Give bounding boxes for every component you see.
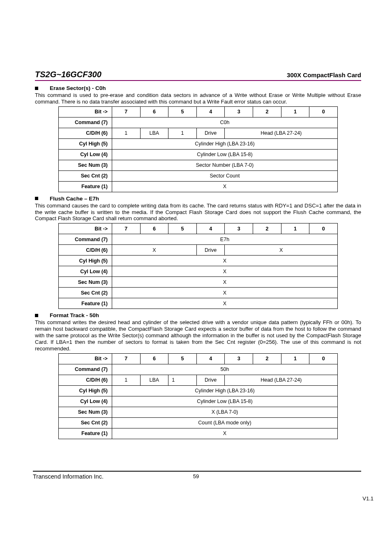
section-title: Erase Sector(s) - C0h bbox=[50, 85, 106, 91]
cell: Drive bbox=[196, 375, 225, 385]
cell: 1 bbox=[168, 128, 197, 138]
row-label: Feature (1) bbox=[59, 428, 112, 439]
cell: X (LBA 7-0) bbox=[112, 407, 337, 417]
cell: X bbox=[112, 428, 337, 439]
register-table-format: Bit -> 7 6 5 4 3 2 1 0 Command (7)50h C/… bbox=[58, 353, 338, 439]
row-label: Cyl High (5) bbox=[59, 385, 112, 396]
row-label: Sec Cnt (2) bbox=[59, 170, 112, 181]
page-number: 59 bbox=[0, 473, 392, 479]
section-paragraph: This command causes the card to complete… bbox=[35, 203, 361, 222]
section-heading: Erase Sector(s) - C0h bbox=[35, 85, 361, 91]
row-label: Sec Num (3) bbox=[59, 160, 112, 170]
bit-col: 2 bbox=[253, 353, 281, 364]
section-paragraph: This command writes the desired head and… bbox=[35, 319, 361, 352]
bit-col: 2 bbox=[253, 223, 281, 234]
row-label: Cyl Low (4) bbox=[59, 149, 112, 160]
row-label: Cyl High (5) bbox=[59, 256, 112, 266]
cell: X bbox=[112, 256, 337, 266]
cell: E7h bbox=[112, 234, 337, 245]
cell: Cylinder Low (LBA 15-8) bbox=[112, 149, 337, 160]
bit-col: 4 bbox=[196, 353, 225, 364]
row-label: Command (7) bbox=[59, 364, 112, 375]
bit-label: Bit -> bbox=[59, 223, 112, 234]
row-label: Cyl Low (4) bbox=[59, 396, 112, 407]
cell: Drive bbox=[196, 245, 225, 256]
cell: Drive bbox=[196, 128, 225, 138]
bit-col: 0 bbox=[309, 106, 338, 117]
row-label: Cyl Low (4) bbox=[59, 266, 112, 277]
cell: Cylinder High (LBA 23-16) bbox=[112, 138, 337, 149]
square-bullet-icon bbox=[35, 197, 38, 200]
cell: X bbox=[112, 266, 337, 277]
section-title: Flush Cache – E7h bbox=[50, 196, 99, 202]
cell: 1 bbox=[112, 128, 140, 138]
row-label: Command (7) bbox=[59, 234, 112, 245]
section-heading: Flush Cache – E7h bbox=[35, 196, 361, 202]
register-table-erase: Bit -> 7 6 5 4 3 2 1 0 Command (7)C0h C/… bbox=[58, 106, 338, 192]
section-heading: Format Track - 50h bbox=[35, 312, 361, 318]
cell: LBA bbox=[140, 375, 168, 385]
bit-col: 1 bbox=[281, 106, 309, 117]
bit-col: 4 bbox=[196, 106, 225, 117]
cell: Head (LBA 27-24) bbox=[225, 128, 338, 138]
cell: Head (LBA 27-24) bbox=[225, 375, 338, 385]
row-label: C/D/H (6) bbox=[59, 128, 112, 138]
row-label: Sec Num (3) bbox=[59, 277, 112, 288]
model-number: TS2G~16GCF300 bbox=[35, 70, 101, 79]
cell: X bbox=[225, 245, 338, 256]
bit-label: Bit -> bbox=[59, 106, 112, 117]
bit-col: 0 bbox=[309, 223, 338, 234]
row-label: C/D/H (6) bbox=[59, 375, 112, 385]
cell: X bbox=[112, 245, 196, 256]
bit-col: 7 bbox=[112, 223, 140, 234]
bit-col: 6 bbox=[140, 223, 168, 234]
section-paragraph: This command is used to pre-erase and co… bbox=[35, 92, 361, 105]
bit-col: 5 bbox=[168, 353, 197, 364]
bit-col: 5 bbox=[168, 106, 197, 117]
row-label: Feature (1) bbox=[59, 298, 112, 309]
cell: Count (LBA mode only) bbox=[112, 417, 337, 428]
bit-col: 1 bbox=[281, 353, 309, 364]
row-label: Sec Num (3) bbox=[59, 407, 112, 417]
cell: Cylinder High (LBA 23-16) bbox=[112, 385, 337, 396]
bit-col: 3 bbox=[225, 353, 253, 364]
bit-col: 3 bbox=[225, 223, 253, 234]
page-header: TS2G~16GCF300 300X CompactFlash Card bbox=[35, 70, 361, 81]
row-label: Sec Cnt (2) bbox=[59, 417, 112, 428]
row-label: Sec Cnt (2) bbox=[59, 288, 112, 298]
bit-col: 7 bbox=[112, 353, 140, 364]
cell: 1 bbox=[112, 375, 140, 385]
bit-col: 6 bbox=[140, 106, 168, 117]
cell: X bbox=[112, 277, 337, 288]
row-label: C/D/H (6) bbox=[59, 245, 112, 256]
cell: Cylinder Low (LBA 15-8) bbox=[112, 396, 337, 407]
cell: X bbox=[112, 181, 337, 192]
product-name: 300X CompactFlash Card bbox=[287, 71, 361, 78]
cell: 1 bbox=[168, 375, 197, 385]
cell: Sector Number (LBA 7-0) bbox=[112, 160, 337, 170]
bit-col: 0 bbox=[309, 353, 338, 364]
bit-col: 3 bbox=[225, 106, 253, 117]
footer-rule bbox=[33, 471, 361, 472]
bit-col: 7 bbox=[112, 106, 140, 117]
cell: Sector Count bbox=[112, 170, 337, 181]
bit-col: 4 bbox=[196, 223, 225, 234]
cell: X bbox=[112, 298, 337, 309]
section-title: Format Track - 50h bbox=[50, 312, 99, 318]
square-bullet-icon bbox=[35, 314, 38, 317]
version-label: V1.1 bbox=[362, 495, 374, 502]
bit-col: 6 bbox=[140, 353, 168, 364]
register-table-flush: Bit -> 7 6 5 4 3 2 1 0 Command (7)E7h C/… bbox=[58, 223, 338, 309]
cell: C0h bbox=[112, 117, 337, 128]
row-label: Cyl High (5) bbox=[59, 138, 112, 149]
cell: X bbox=[112, 288, 337, 298]
bit-col: 2 bbox=[253, 106, 281, 117]
row-label: Command (7) bbox=[59, 117, 112, 128]
cell: LBA bbox=[140, 128, 168, 138]
row-label: Feature (1) bbox=[59, 181, 112, 192]
bit-label: Bit -> bbox=[59, 353, 112, 364]
bit-col: 5 bbox=[168, 223, 197, 234]
cell: 50h bbox=[112, 364, 337, 375]
square-bullet-icon bbox=[35, 87, 38, 90]
bit-col: 1 bbox=[281, 223, 309, 234]
